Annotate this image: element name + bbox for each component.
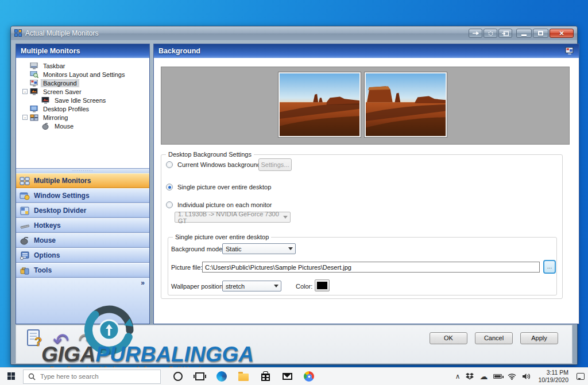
minimize-icon: [521, 34, 527, 36]
move-window-button[interactable]: [483, 29, 497, 38]
radio-icon-checked[interactable]: [166, 184, 173, 190]
maximize-button[interactable]: [533, 29, 548, 38]
nav-label: Mouse: [34, 236, 56, 244]
nav-label: Options: [34, 251, 60, 259]
send-to-monitor-icon: [502, 31, 509, 36]
close-button[interactable]: ✕: [550, 29, 574, 38]
nav-mouse[interactable]: Mouse: [16, 233, 149, 248]
collapse-expander-icon[interactable]: -: [22, 89, 28, 94]
background-mode-value: Static: [226, 246, 242, 252]
radio-label: Current Windows background: [177, 161, 261, 168]
monitor-2-preview[interactable]: [365, 72, 447, 137]
tree-item-mirroring[interactable]: - Mirroring: [20, 113, 148, 122]
app-window: Actual Multiple Monitors ✕ Multiple Moni…: [10, 26, 578, 365]
system-tray: ∧ ☁ 3:11 PM 10/19/2020: [455, 369, 588, 384]
options-icon: [20, 251, 30, 260]
taskbar-search[interactable]: [23, 370, 161, 384]
nav-options[interactable]: Options: [16, 248, 149, 263]
help-icon: ?: [26, 329, 44, 349]
radio-icon[interactable]: [166, 161, 173, 168]
background-mode-select[interactable]: Static: [222, 243, 296, 254]
chevron-down-icon: [285, 244, 295, 254]
titlebar[interactable]: Actual Multiple Monitors ✕: [11, 26, 577, 40]
mouse-icon: [41, 123, 50, 130]
cancel-button[interactable]: Cancel: [475, 332, 513, 344]
help-button[interactable]: ?: [26, 329, 44, 352]
color-swatch-button[interactable]: [315, 279, 330, 291]
nav-tools[interactable]: Tools: [16, 263, 149, 278]
wallpaper-position-select[interactable]: stretch: [222, 281, 281, 291]
monitor-select[interactable]: 1. L1930B -> NVIDIA GeForce 7300 GT: [175, 212, 291, 223]
search-input[interactable]: [40, 373, 144, 380]
monitor-1-preview[interactable]: [278, 72, 361, 137]
volume-icon[interactable]: [522, 373, 530, 380]
nav-label: Hotkeys: [34, 221, 61, 230]
file-explorer-button[interactable]: [237, 370, 250, 383]
undo-icon: ↶: [53, 329, 69, 351]
nav-window-settings[interactable]: Window Settings: [16, 188, 149, 203]
settings-tree: Taskbar Monitors Layout and Settings Bac…: [16, 58, 149, 168]
settings-button[interactable]: Settings...: [258, 158, 292, 171]
desktop-profiles-icon: [30, 106, 38, 112]
tray-overflow-chevron-icon[interactable]: ∧: [455, 372, 461, 380]
wifi-icon[interactable]: [508, 373, 516, 380]
nav-hotkeys[interactable]: Hotkeys: [16, 218, 149, 233]
maximize-icon: [538, 31, 543, 36]
task-view-button[interactable]: [193, 370, 207, 383]
nav-label: Tools: [34, 266, 52, 274]
move-icon: [488, 30, 494, 37]
send-to-monitor-button[interactable]: [498, 29, 512, 38]
mail-button[interactable]: [280, 370, 294, 383]
radio-icon[interactable]: [166, 201, 173, 208]
clock-date: 10/19/2020: [538, 376, 568, 384]
clock-time: 3:11 PM: [538, 369, 568, 376]
sidebar: Multiple Monitors Taskbar Monitors Layou…: [16, 44, 150, 324]
radio-current-windows-background[interactable]: Current Windows background: [166, 161, 261, 168]
browse-button[interactable]: ...: [543, 260, 556, 274]
edge-button[interactable]: [215, 370, 229, 383]
mirroring-icon: [30, 114, 38, 121]
undo-button[interactable]: ↶: [53, 330, 69, 350]
start-button[interactable]: [0, 368, 23, 385]
main-panel: Background: [153, 44, 579, 324]
nav-collapse-bar[interactable]: »: [16, 278, 149, 324]
tree-item-save-idle-screens[interactable]: Save Idle Screens: [20, 96, 148, 104]
collapse-expander-icon[interactable]: -: [22, 115, 28, 120]
color-label: Color:: [296, 283, 312, 290]
desktop-divider-icon: [20, 207, 30, 215]
redo-button[interactable]: ↷: [79, 330, 95, 350]
nav-multiple-monitors[interactable]: Multiple Monitors: [16, 173, 149, 188]
group-label: Desktop Background Settings: [166, 151, 254, 158]
tree-item-mouse[interactable]: Mouse: [20, 122, 148, 130]
dropbox-icon[interactable]: [466, 373, 474, 380]
tree-item-background[interactable]: Background: [20, 79, 148, 87]
battery-icon[interactable]: [493, 374, 502, 379]
close-icon: ✕: [559, 30, 564, 37]
tree-item-desktop-profiles[interactable]: Desktop Profiles: [20, 104, 148, 113]
onedrive-cloud-icon[interactable]: ☁: [479, 372, 488, 381]
panel-splitter[interactable]: ··········: [16, 168, 149, 173]
taskbar-clock[interactable]: 3:11 PM 10/19/2020: [536, 369, 571, 384]
nav-label: Window Settings: [34, 192, 90, 200]
tree-item-monitors-layout[interactable]: Monitors Layout and Settings: [20, 70, 148, 79]
apply-button[interactable]: Apply: [520, 332, 558, 344]
radio-individual-picture[interactable]: Individual picture on each monitor: [166, 201, 272, 208]
minimize-button[interactable]: [516, 29, 532, 38]
picture-file-input[interactable]: [202, 262, 540, 273]
chrome-button[interactable]: [302, 370, 316, 383]
action-center-icon[interactable]: [577, 373, 585, 380]
background-page-icon: [565, 47, 574, 55]
tools-icon: [20, 266, 30, 275]
tree-item-screen-saver[interactable]: - Screen Saver: [20, 87, 148, 96]
ok-button[interactable]: OK: [430, 332, 467, 344]
nav-desktop-divider[interactable]: Desktop Divider: [16, 203, 149, 218]
monitors-layout-icon: [30, 71, 38, 78]
wallpaper-position-label: Wallpaper position:: [171, 283, 225, 290]
pin-window-button[interactable]: [469, 29, 482, 38]
cortana-button[interactable]: [171, 370, 185, 383]
radio-single-picture[interactable]: Single picture over entire desktop: [166, 184, 271, 190]
background-settings-content: Desktop Background Settings Current Wind…: [154, 58, 579, 324]
store-button[interactable]: [258, 370, 272, 383]
tree-item-taskbar[interactable]: Taskbar: [20, 61, 148, 70]
chevron-collapse-icon[interactable]: »: [141, 279, 145, 287]
